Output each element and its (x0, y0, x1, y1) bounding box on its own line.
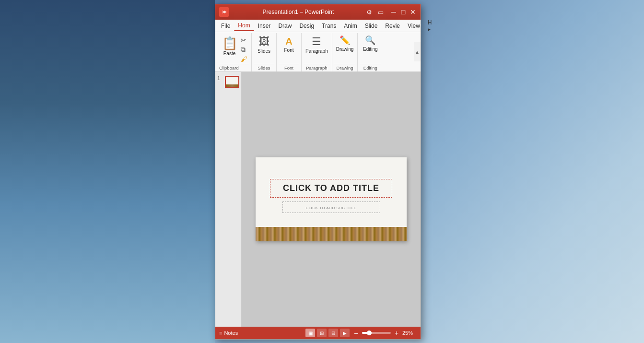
title-placeholder[interactable]: CLICK TO ADD TITLE (270, 179, 392, 198)
zoom-percentage: 25% (402, 330, 417, 336)
paste-label: Paste (223, 51, 236, 56)
ribbon-collapse-arrow[interactable]: ▲ (414, 42, 421, 61)
drawing-top: ✏️ Drawing (334, 33, 356, 64)
zoom-slider-thumb[interactable] (367, 331, 372, 335)
powerpoint-window: ≫ Presentation1 – PowerPoint ⚙ ▭ ─ □ ✕ F… (215, 4, 421, 340)
title-bar-icons: ⚙ ▭ (365, 8, 385, 16)
reading-view-button[interactable]: ⊟ (328, 329, 338, 337)
menu-animations[interactable]: Anim (340, 21, 361, 31)
menu-slideshow[interactable]: Slide (361, 21, 382, 31)
slides-group-label: Slides (254, 64, 274, 71)
window-controls: ─ □ ✕ (390, 8, 417, 16)
subtitle-placeholder-text: CLICK TO ADD SUBTITLE (305, 206, 356, 210)
slide-canvas: CLICK TO ADD TITLE CLICK TO ADD SUBTITLE (256, 157, 407, 241)
slides-label: Slides (258, 48, 270, 54)
drawing-group-label: Drawing (334, 64, 356, 71)
paragraph-group-label: Paragraph (304, 64, 330, 71)
editing-top: 🔍 Editing (360, 33, 381, 64)
zoom-minus-button[interactable]: – (352, 329, 360, 337)
editing-label: Editing (363, 47, 378, 52)
editing-button[interactable]: 🔍 Editing (361, 35, 380, 53)
menu-design[interactable]: Desig (295, 21, 318, 31)
font-group-label: Font (279, 64, 299, 71)
normal-view-button[interactable]: ▣ (305, 329, 315, 337)
background-window (0, 0, 215, 343)
ribbon: 📋 Paste ✂ ⧉ 🖌 Cl (215, 32, 421, 72)
drawing-icon: ✏️ (340, 36, 350, 46)
slides-top: 🖼 Slides (254, 33, 274, 64)
slide-thumbnail-container: 1 (217, 76, 239, 88)
menu-insert[interactable]: Inser (254, 21, 275, 31)
zoom-plus-button[interactable]: + (393, 329, 400, 337)
paragraph-top: ☰ Paragraph (304, 33, 330, 64)
slide-floor (256, 227, 407, 241)
main-content: 1 CLICK TO ADD TITLE CLICK TO ADD SUBTIT… (215, 72, 421, 327)
editing-icon: 🔍 (365, 36, 375, 46)
menu-home[interactable]: Hom (234, 21, 254, 31)
menu-more[interactable]: H ▸ (424, 18, 436, 34)
copy-button[interactable]: ⧉ (239, 45, 249, 54)
font-label: Font (284, 47, 293, 53)
zoom-slider[interactable] (362, 332, 391, 334)
status-left: ≡ Notes (219, 330, 238, 336)
notes-button[interactable]: ≡ Notes (219, 330, 238, 336)
ribbon-group-font: A Font Font (277, 33, 302, 71)
menu-review[interactable]: Revie (381, 21, 404, 31)
customize-toolbar-icon[interactable]: ⚙ (365, 8, 374, 16)
notes-icon: ≡ (219, 330, 222, 336)
ribbon-display-icon[interactable]: ▭ (376, 8, 385, 16)
slide-thumb-floor (226, 84, 238, 87)
notes-label: Notes (224, 330, 238, 336)
menu-draw[interactable]: Draw (274, 21, 295, 31)
cut-icon: ✂ (241, 36, 246, 44)
clipboard-buttons: 📋 Paste ✂ ⧉ 🖌 (219, 33, 249, 64)
format-painter-icon: 🖌 (241, 55, 247, 63)
drawing-label: Drawing (336, 47, 354, 52)
menu-file[interactable]: File (217, 21, 234, 31)
drawing-button[interactable]: ✏️ Drawing (334, 35, 356, 53)
menu-transitions[interactable]: Trans (318, 21, 340, 31)
menu-bar: File Hom Inser Draw Desig Trans Anim Sli… (215, 20, 421, 32)
title-placeholder-text: CLICK TO ADD TITLE (283, 183, 379, 193)
slide-thumbnail[interactable] (225, 76, 239, 88)
close-button[interactable]: ✕ (409, 8, 417, 16)
status-bar: ≡ Notes ▣ ⊞ ⊟ ▶ – + 25% (215, 327, 421, 339)
ribbon-group-editing: 🔍 Editing Editing (358, 33, 383, 71)
paragraph-icon: ☰ (312, 36, 321, 47)
format-painter-button[interactable]: 🖌 (239, 55, 249, 63)
clipboard-small-buttons: ✂ ⧉ 🖌 (239, 35, 249, 63)
grid-view-button[interactable]: ⊞ (317, 329, 327, 337)
subtitle-placeholder[interactable]: CLICK TO ADD SUBTITLE (282, 201, 380, 213)
font-icon: A (285, 36, 292, 47)
status-right: ▣ ⊞ ⊟ ▶ – + 25% (305, 329, 417, 337)
copy-icon: ⧉ (241, 46, 246, 54)
slides-icon: 🖼 (259, 36, 269, 47)
view-buttons: ▣ ⊞ ⊟ ▶ (305, 329, 350, 337)
slide-panel: 1 (215, 72, 242, 327)
ribbon-group-drawing: ✏️ Drawing Drawing (332, 33, 358, 71)
font-top: A Font (279, 33, 299, 64)
paste-icon: 📋 (222, 36, 237, 51)
slide-number: 1 (217, 76, 223, 81)
minimize-button[interactable]: ─ (390, 8, 398, 16)
slides-button[interactable]: 🖼 Slides (256, 35, 273, 55)
slideshow-button[interactable]: ▶ (340, 329, 350, 337)
menu-view[interactable]: View (404, 21, 424, 31)
cut-button[interactable]: ✂ (239, 36, 249, 45)
clipboard-group-label: Clipboard (219, 64, 249, 71)
paragraph-button[interactable]: ☰ Paragraph (304, 35, 330, 55)
paragraph-label: Paragraph (305, 48, 328, 54)
ribbon-group-slides: 🖼 Slides Slides (252, 33, 277, 71)
canvas-area: CLICK TO ADD TITLE CLICK TO ADD SUBTITLE (242, 72, 421, 327)
ribbon-group-paragraph: ☰ Paragraph Paragraph (302, 33, 332, 71)
title-bar: ≫ Presentation1 – PowerPoint ⚙ ▭ ─ □ ✕ (215, 4, 421, 20)
window-title: Presentation1 – PowerPoint (232, 9, 365, 15)
restore-button[interactable]: □ (399, 8, 407, 16)
zoom-controls: – + 25% (352, 329, 417, 337)
font-button[interactable]: A Font (281, 35, 298, 54)
editing-group-label: Editing (360, 64, 381, 71)
slide-content: CLICK TO ADD TITLE CLICK TO ADD SUBTITLE (270, 167, 392, 225)
ribbon-group-clipboard: 📋 Paste ✂ ⧉ 🖌 Cl (217, 33, 252, 71)
app-icon: ≫ (219, 7, 229, 17)
paste-button[interactable]: 📋 Paste (220, 35, 239, 57)
